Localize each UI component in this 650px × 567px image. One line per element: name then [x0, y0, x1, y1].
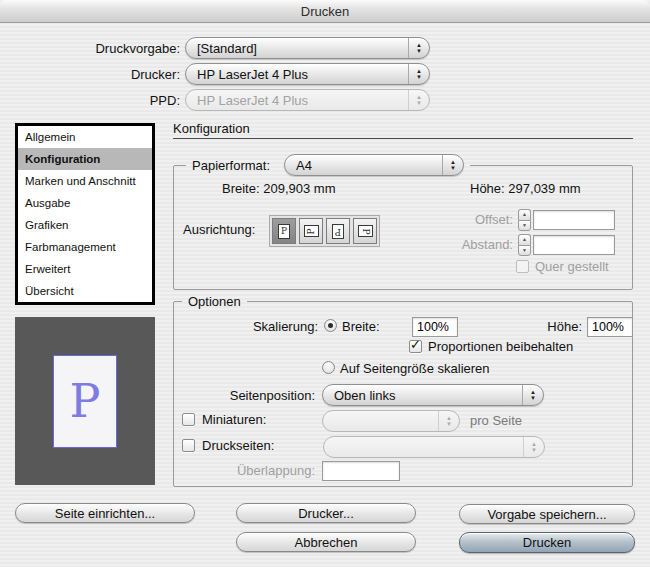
sidebar-item-farbmanagement[interactable]: Farbmanagement	[18, 236, 152, 258]
druckseiten-label: Druckseiten:	[202, 438, 274, 453]
sidebar-item-erweitert[interactable]: Erweitert	[18, 258, 152, 280]
titlebar[interactable]: Drucken	[0, 0, 650, 23]
ppd-label: PPD:	[40, 93, 180, 108]
page-portrait-icon: P	[278, 224, 290, 239]
popup-arrows-icon: ▲▼	[442, 155, 463, 175]
checkmark-icon: ✓	[410, 340, 421, 350]
popup-arrows-icon: ▲▼	[408, 38, 429, 58]
sidebar-item-marken-und-anschnitt[interactable]: Marken und Anschnitt	[18, 170, 152, 192]
miniaturen-select: ▲▼	[322, 410, 460, 432]
skalierung-breite-label: Breite:	[342, 319, 380, 334]
hoehe-info: Höhe: 297,039 mm	[470, 181, 581, 196]
stepper-up-icon[interactable]: ▲	[518, 209, 531, 220]
drucken-button[interactable]: Drucken	[459, 532, 635, 553]
skalierung-label: Skalierung:	[200, 319, 318, 334]
orientation-landscape-left-button[interactable]: P	[299, 218, 323, 244]
ueberlappung-label: Überlappung:	[180, 463, 315, 478]
offset-field[interactable]	[533, 210, 615, 230]
skalierung-hoehe-label: Höhe:	[500, 319, 582, 334]
skalierung-breite-radio[interactable]	[324, 319, 337, 332]
miniaturen-label: Miniaturen:	[202, 412, 266, 427]
sidebar-item-allgemein[interactable]: Allgemein	[18, 126, 152, 148]
popup-arrows-icon: ▲▼	[408, 90, 429, 110]
preview-letter: P	[70, 374, 101, 428]
abstand-label: Abstand:	[420, 237, 513, 252]
druckvorgabe-label: Druckvorgabe:	[40, 41, 180, 56]
ueberlappung-field[interactable]	[322, 461, 400, 481]
seitenposition-select[interactable]: Oben links ▲▼	[322, 384, 544, 406]
pro-seite-label: pro Seite	[470, 413, 522, 428]
auf-seitengroesse-radio[interactable]	[322, 361, 335, 374]
orientation-button-group: P P P P	[269, 215, 380, 247]
abstand-field[interactable]	[533, 235, 615, 255]
page-landscape-reverse-icon: P	[358, 225, 373, 237]
miniaturen-checkbox[interactable]	[182, 413, 195, 426]
abstand-stepper[interactable]: ▲ ▼	[518, 234, 531, 256]
section-title: Konfiguration	[173, 121, 250, 136]
sidebar-item-konfiguration[interactable]: Konfiguration	[18, 148, 152, 170]
sidebar-item-ausgabe[interactable]: Ausgabe	[18, 192, 152, 214]
auf-seitengroesse-label: Auf Seitengröße skalieren	[340, 361, 490, 376]
seitenposition-label: Seitenposition:	[180, 388, 315, 403]
popup-arrows-icon: ▲▼	[522, 385, 543, 405]
window-title: Drucken	[301, 4, 349, 19]
offset-label: Offset:	[420, 212, 513, 227]
quer-gestellt-label: Quer gestellt	[535, 259, 609, 274]
papierformat-select[interactable]: A4 ▲▼	[284, 154, 464, 176]
ausrichtung-label: Ausrichtung:	[183, 222, 255, 237]
proportionen-checkbox[interactable]: ✓	[409, 340, 422, 353]
drucker-button[interactable]: Drucker...	[236, 503, 416, 523]
offset-stepper[interactable]: ▲ ▼	[518, 209, 531, 231]
preview-page: P	[53, 355, 117, 448]
orientation-portrait-reverse-button[interactable]: P	[326, 218, 350, 244]
skalierung-breite-field[interactable]	[412, 317, 458, 337]
druckvorgabe-select[interactable]: [Standard] ▲▼	[185, 37, 430, 59]
orientation-portrait-button[interactable]: P	[272, 218, 296, 244]
abbrechen-button[interactable]: Abbrechen	[236, 532, 416, 552]
orientation-landscape-right-button[interactable]: P	[353, 218, 377, 244]
stepper-down-icon[interactable]: ▼	[518, 220, 531, 232]
papierformat-label: Papierformat:	[192, 158, 270, 173]
stepper-up-icon[interactable]: ▲	[518, 234, 531, 245]
sidebar-item-uebersicht[interactable]: Übersicht	[18, 280, 152, 302]
optionen-label: Optionen	[182, 294, 247, 309]
breite-value: 209,903 mm	[263, 181, 335, 196]
vorgabe-speichern-button[interactable]: Vorgabe speichern...	[459, 504, 635, 524]
druckseiten-select: ▲▼	[323, 436, 545, 458]
drucker-label: Drucker:	[40, 67, 180, 82]
seite-einrichten-button[interactable]: Seite einrichten...	[15, 503, 195, 523]
druckseiten-checkbox[interactable]	[182, 439, 195, 452]
hoehe-value: 297,039 mm	[508, 181, 580, 196]
print-dialog-window: Drucken Druckvorgabe: [Standard] ▲▼ Druc…	[0, 0, 650, 567]
breite-info: Breite: 209,903 mm	[222, 181, 335, 196]
settings-panel-list: Allgemein Konfiguration Marken und Ansch…	[15, 123, 155, 305]
section-divider	[173, 138, 633, 139]
page-preview: P	[15, 317, 155, 485]
popup-arrows-icon: ▲▼	[523, 437, 544, 457]
stepper-down-icon[interactable]: ▼	[518, 245, 531, 257]
drucker-select[interactable]: HP LaserJet 4 Plus ▲▼	[185, 63, 430, 85]
page-landscape-icon: P	[304, 225, 319, 237]
page-portrait-reverse-icon: P	[332, 224, 344, 239]
popup-arrows-icon: ▲▼	[438, 411, 459, 431]
sidebar-item-grafiken[interactable]: Grafiken	[18, 214, 152, 236]
proportionen-label: Proportionen beibehalten	[428, 339, 573, 354]
ppd-select: HP LaserJet 4 Plus ▲▼	[185, 89, 430, 111]
skalierung-hoehe-field[interactable]	[587, 317, 633, 337]
popup-arrows-icon: ▲▼	[408, 64, 429, 84]
quer-gestellt-checkbox	[516, 260, 529, 273]
